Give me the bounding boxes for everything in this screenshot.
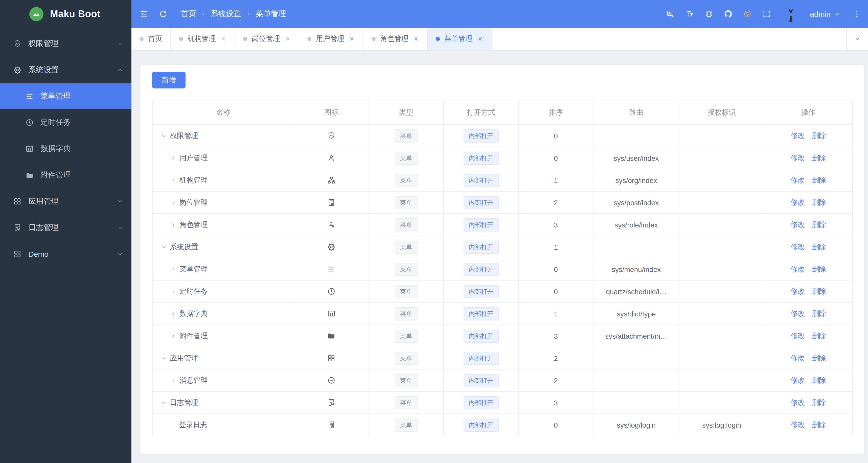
delete-link[interactable]: 删除 (812, 265, 826, 273)
tab-item[interactable]: 角色管理 (364, 28, 428, 50)
more-menu-button[interactable] (853, 10, 861, 18)
delete-link[interactable]: 删除 (812, 153, 826, 161)
tab-close-icon[interactable] (220, 36, 226, 42)
delete-link[interactable]: 删除 (812, 420, 826, 428)
sidebar-item-app[interactable]: 应用管理 (0, 189, 131, 214)
avatar[interactable] (782, 5, 799, 22)
expand-arrow[interactable] (160, 133, 167, 139)
type-tag: 菜单 (395, 285, 418, 298)
edit-link[interactable]: 修改 (790, 198, 805, 206)
sidebar-item-menu[interactable]: 菜单管理 (0, 84, 131, 109)
expand-arrow[interactable] (169, 199, 177, 206)
tab-item[interactable]: 首页 (131, 28, 171, 50)
breadcrumb-item[interactable]: 系统设置 (211, 9, 241, 19)
edit-link[interactable]: 修改 (790, 331, 805, 339)
expand-arrow[interactable] (169, 266, 177, 272)
expand-arrow[interactable] (169, 177, 177, 183)
tab-item[interactable]: 岗位管理 (235, 28, 299, 50)
sidebar-item-system[interactable]: 系统设置 (0, 57, 131, 82)
expand-arrow[interactable] (160, 355, 167, 361)
delete-link[interactable]: 删除 (812, 220, 826, 228)
expand-arrow[interactable] (169, 311, 177, 317)
globe-glyph (705, 9, 713, 18)
delete-link[interactable]: 删除 (812, 287, 826, 295)
expand-arrow[interactable] (169, 333, 177, 339)
sidebar-item-demo[interactable]: Demo (0, 241, 131, 266)
gitee-icon[interactable] (743, 9, 752, 18)
edit-link[interactable]: 修改 (790, 420, 805, 428)
expand-arrow[interactable] (160, 400, 167, 406)
delete-link[interactable]: 删除 (812, 242, 826, 250)
sidebar-item-dict[interactable]: 数据字典 (0, 136, 131, 161)
translate-icon[interactable] (666, 9, 675, 18)
chevron-down-icon (160, 400, 166, 406)
sidebar-item-schedule[interactable]: 定时任务 (0, 110, 131, 135)
edit-link[interactable]: 修改 (790, 287, 805, 295)
fullscreen-icon[interactable] (762, 9, 771, 18)
delete-link[interactable]: 删除 (812, 176, 826, 184)
tab-status-dot (307, 37, 311, 41)
tab-status-dot (140, 37, 144, 41)
auth-cell (679, 214, 764, 236)
tab-item[interactable]: 菜单管理 (428, 28, 492, 50)
edit-link[interactable]: 修改 (790, 131, 805, 139)
expand-arrow[interactable] (169, 222, 177, 228)
name-cell-inner: 菜单管理 (153, 265, 294, 274)
table-row: 数据字典菜单内部打开1sys/dict/type修改删除 (152, 303, 852, 325)
table-row: 菜单管理菜单内部打开0sys/menu/index修改删除 (152, 258, 852, 280)
tab-item[interactable]: 机构管理 (171, 28, 235, 50)
menu-lines-icon (327, 265, 336, 274)
tab-close-icon[interactable] (349, 36, 355, 42)
open-mode-tag: 内部打开 (463, 151, 499, 164)
open-mode-cell: 内部打开 (444, 414, 519, 436)
open-mode-cell: 内部打开 (444, 258, 519, 280)
expand-arrow[interactable] (169, 155, 177, 161)
tab-close-icon[interactable] (477, 36, 483, 42)
delete-link[interactable]: 删除 (812, 131, 826, 139)
language-icon[interactable] (705, 9, 713, 18)
edit-link[interactable]: 修改 (790, 176, 805, 184)
tab-close-icon[interactable] (413, 36, 419, 42)
edit-link[interactable]: 修改 (790, 265, 805, 273)
tab-close-icon[interactable] (285, 36, 291, 42)
github-icon[interactable] (724, 9, 733, 18)
name-cell: 日志管理 (152, 392, 294, 414)
folder-icon (327, 332, 336, 340)
breadcrumb-separator-icon (246, 11, 251, 17)
edit-link[interactable]: 修改 (790, 353, 805, 362)
grid-icon (327, 354, 336, 363)
tab-item[interactable]: 用户管理 (299, 28, 364, 50)
open-mode-cell: 内部打开 (444, 369, 519, 392)
add-button[interactable]: 新增 (152, 72, 186, 88)
edit-link[interactable]: 修改 (790, 242, 805, 250)
edit-link[interactable]: 修改 (790, 153, 805, 161)
delete-link[interactable]: 删除 (812, 309, 826, 317)
delete-link[interactable]: 删除 (812, 331, 826, 339)
menu-fold-icon[interactable] (140, 9, 149, 19)
delete-link[interactable]: 删除 (812, 198, 826, 206)
expand-arrow[interactable] (160, 244, 167, 250)
edit-link[interactable]: 修改 (790, 398, 805, 406)
expand-arrow[interactable] (169, 377, 177, 383)
font-size-icon[interactable] (685, 9, 694, 18)
breadcrumb-item[interactable]: 首页 (181, 9, 196, 19)
sidebar-item-log[interactable]: 日志管理 (0, 215, 131, 240)
delete-link[interactable]: 删除 (812, 353, 826, 362)
sidebar-item-attachment[interactable]: 附件管理 (0, 162, 131, 187)
ops-cell: 修改删除 (764, 414, 852, 436)
edit-link[interactable]: 修改 (790, 220, 805, 228)
sidebar-item-auth[interactable]: 权限管理 (0, 31, 131, 56)
expand-arrow[interactable] (169, 288, 177, 295)
shield-check-icon (13, 39, 22, 48)
refresh-icon[interactable] (159, 9, 168, 19)
edit-link[interactable]: 修改 (790, 376, 805, 384)
edit-link[interactable]: 修改 (790, 309, 805, 317)
delete-link[interactable]: 删除 (812, 376, 826, 384)
route-cell: sys/user/index (593, 147, 679, 169)
chevron-right-icon (170, 266, 176, 272)
type-tag: 菜单 (395, 418, 418, 431)
user-menu[interactable]: admin (810, 9, 840, 18)
tabs-dropdown-button[interactable] (846, 28, 868, 50)
delete-link[interactable]: 删除 (812, 398, 826, 406)
open-mode-tag: 内部打开 (463, 218, 499, 231)
